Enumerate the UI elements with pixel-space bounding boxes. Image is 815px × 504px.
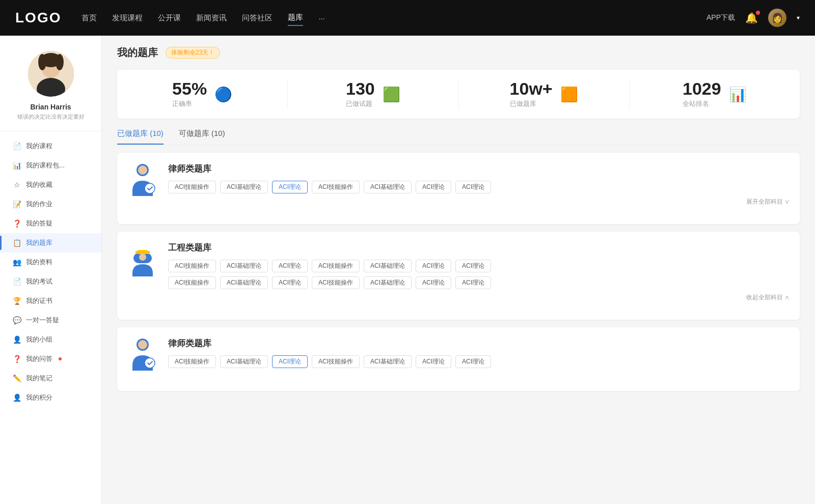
sidebar-icon-10: 👤 [13,335,21,344]
tag-0-4[interactable]: ACI基础理论 [364,181,412,193]
tags-row-0: ACI技能操作ACI基础理论ACI理论ACI技能操作ACI基础理论ACI理论AC… [168,181,790,193]
bank-icon-0 [127,163,158,199]
sidebar: Brian Harris 错误的决定比没有决定要好 📄我的课程📊我的课程包...… [0,36,102,504]
stat-label-0: 正确率 [172,99,207,108]
stat-label-2: 已做题库 [510,99,553,108]
sidebar-username: Brian Harris [30,103,71,111]
tab-item-0[interactable]: 已做题库 (10) [117,129,164,145]
tag-2-6[interactable]: ACI理论 [455,355,491,368]
tag-0-5[interactable]: ACI理论 [416,181,451,193]
tag-0-0[interactable]: ACI技能操作 [168,181,216,193]
sidebar-item-0[interactable]: 📄我的课程 [0,136,101,156]
bank-card-2: 律师类题库 ACI技能操作ACI基础理论ACI理论ACI技能操作ACI基础理论A… [117,327,800,391]
sidebar-item-9[interactable]: 💬一对一答疑 [0,311,101,330]
sidebar-avatar [28,51,74,97]
stat-icon-1: 🟩 [383,86,400,103]
tag-2-2[interactable]: ACI理论 [272,355,308,368]
tag-1-3[interactable]: ACI技能操作 [312,260,360,272]
tag2-1-2[interactable]: ACI理论 [272,276,308,289]
svg-point-17 [145,358,155,368]
tag-1-2[interactable]: ACI理论 [272,260,308,272]
sidebar-icon-3: 📝 [13,200,21,208]
stat-icon-2: 🟧 [560,86,578,103]
sidebar-item-6[interactable]: 👥我的资料 [0,253,101,272]
tabs-row: 已做题库 (10)可做题库 (10) [117,129,800,145]
tag-1-5[interactable]: ACI理论 [416,260,451,272]
stat-value-3: 1029 [683,80,721,97]
expand-link-0[interactable]: 展开全部科目 ∨ [168,198,790,206]
nav-item-1[interactable]: 发现课程 [112,11,143,25]
sidebar-item-4[interactable]: ❓我的答疑 [0,214,101,233]
expand-link-1[interactable]: 收起全部科目 ∧ [168,293,790,302]
nav-item-6[interactable]: ··· [318,11,325,25]
nav-item-5[interactable]: 题库 [288,10,303,26]
sidebar-icon-7: 📄 [13,277,21,286]
bank-card-1: 工程类题库 ACI技能操作ACI基础理论ACI理论ACI技能操作ACI基础理论A… [117,232,800,320]
sidebar-item-8[interactable]: 🏆我的证书 [0,291,101,311]
tag-0-3[interactable]: ACI技能操作 [312,181,360,193]
app-download-button[interactable]: APP下载 [707,13,735,22]
tag-2-4[interactable]: ACI基础理论 [364,355,412,368]
bank-card-0: 律师类题库 ACI技能操作ACI基础理论ACI理论ACI技能操作ACI基础理论A… [117,153,800,224]
sidebar-item-3[interactable]: 📝我的作业 [0,194,101,214]
tag2-1-4[interactable]: ACI基础理论 [364,276,412,289]
stat-value-1: 130 [346,80,375,97]
sidebar-icon-12: ✏️ [13,374,21,382]
tag-1-6[interactable]: ACI理论 [455,260,491,272]
bank-card-body-1: 工程类题库 ACI技能操作ACI基础理论ACI理论ACI技能操作ACI基础理论A… [168,242,790,302]
sidebar-icon-1: 📊 [13,161,21,170]
bank-card-body-2: 律师类题库 ACI技能操作ACI基础理论ACI理论ACI技能操作ACI基础理论A… [168,338,790,368]
tag2-1-5[interactable]: ACI理论 [416,276,451,289]
nav-item-4[interactable]: 问答社区 [242,11,273,25]
svg-rect-12 [135,251,138,254]
user-avatar[interactable]: 👩 [768,9,786,27]
tag-0-1[interactable]: ACI基础理论 [220,181,268,193]
tag-2-5[interactable]: ACI理论 [416,355,451,368]
tag2-1-1[interactable]: ACI基础理论 [220,276,268,289]
avatar-chevron[interactable]: ▾ [797,14,800,21]
tab-item-1[interactable]: 可做题库 (10) [179,129,225,145]
bank-card-header-1: 工程类题库 ACI技能操作ACI基础理论ACI理论ACI技能操作ACI基础理论A… [127,242,790,302]
svg-point-14 [139,254,146,261]
sidebar-item-10[interactable]: 👤我的小组 [0,330,101,349]
sidebar-item-13[interactable]: 👤我的积分 [0,388,101,407]
sidebar-item-2[interactable]: ☆我的收藏 [0,175,101,194]
sidebar-motto: 错误的决定比没有决定要好 [10,113,92,121]
sidebar-label-6: 我的资料 [26,258,52,267]
sidebar-label-11: 我的问答 [26,354,52,363]
sidebar-icon-4: ❓ [13,219,21,228]
tag-2-3[interactable]: ACI技能操作 [312,355,360,368]
tag-1-1[interactable]: ACI基础理论 [220,260,268,272]
stat-item-3: 1029 全站排名 📊 [630,80,800,108]
nav-item-3[interactable]: 新闻资讯 [196,11,227,25]
sidebar-item-1[interactable]: 📊我的课程包... [0,156,101,175]
main-layout: Brian Harris 错误的决定比没有决定要好 📄我的课程📊我的课程包...… [0,36,815,504]
tags-row2-1: ACI技能操作ACI基础理论ACI理论ACI技能操作ACI基础理论ACI理论AC… [168,276,790,289]
stat-icon-3: 📊 [729,86,747,103]
tag-1-0[interactable]: ACI技能操作 [168,260,216,272]
tag-0-2[interactable]: ACI理论 [272,181,308,193]
tag2-1-0[interactable]: ACI技能操作 [168,276,216,289]
sidebar-label-12: 我的笔记 [26,374,52,383]
stat-label-3: 全站排名 [683,99,721,108]
nav-item-2[interactable]: 公开课 [158,11,181,25]
sidebar-item-5[interactable]: 📋我的题库 [0,233,101,253]
nav-item-0[interactable]: 首页 [82,11,97,25]
stat-text-0: 55% 正确率 [172,80,207,108]
tag-0-6[interactable]: ACI理论 [455,181,491,193]
sidebar-item-7[interactable]: 📄我的考试 [0,272,101,291]
tag-1-4[interactable]: ACI基础理论 [364,260,412,272]
stat-text-3: 1029 全站排名 [683,80,721,108]
tag-2-0[interactable]: ACI技能操作 [168,355,216,368]
tag-2-1[interactable]: ACI基础理论 [220,355,268,368]
navbar: LOGO 首页发现课程公开课新闻资讯问答社区题库··· APP下载 🔔 👩 ▾ [0,0,815,36]
tag2-1-3[interactable]: ACI技能操作 [312,276,360,289]
sidebar-label-4: 我的答疑 [26,219,52,228]
sidebar-item-12[interactable]: ✏️我的笔记 [0,369,101,388]
svg-point-5 [38,54,46,70]
tag2-1-6[interactable]: ACI理论 [455,276,491,289]
bank-icon-1 [127,242,158,277]
notification-bell[interactable]: 🔔 [745,12,758,24]
sidebar-label-13: 我的积分 [26,393,52,402]
sidebar-item-11[interactable]: ❓我的问答 [0,349,101,369]
